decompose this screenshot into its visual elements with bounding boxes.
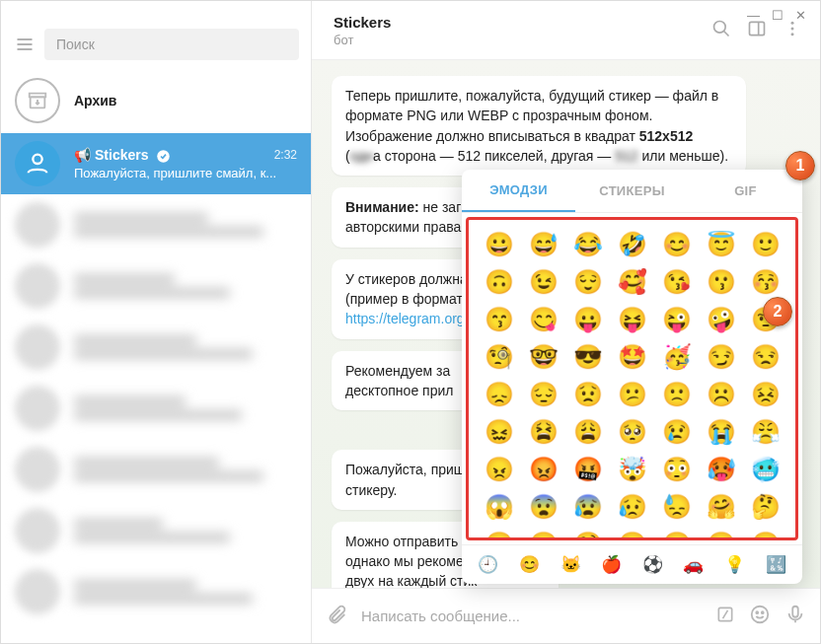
chat-item[interactable]	[1, 317, 311, 378]
svg-rect-12	[792, 606, 798, 616]
emoji-item[interactable]: 🥺	[610, 413, 654, 451]
emoji-item[interactable]: 😶	[610, 526, 654, 540]
emoji-item[interactable]: 🤥	[565, 526, 610, 540]
emoji-item[interactable]: 😎	[565, 338, 610, 376]
chat-item[interactable]	[1, 194, 311, 255]
emoji-item[interactable]: 😳	[654, 451, 699, 488]
emoji-categories: 🕘😊🐱🍎⚽🚗💡🔣	[462, 544, 802, 584]
emoji-item[interactable]: 😗	[699, 263, 743, 301]
emoji-category[interactable]: 😊	[519, 554, 540, 575]
emoji-item[interactable]: 🤓	[521, 338, 565, 376]
emoji-category[interactable]: ⚽	[642, 554, 663, 575]
emoji-item[interactable]: 😖	[477, 413, 521, 451]
emoji-category[interactable]: 🍎	[601, 554, 622, 575]
emoji-item[interactable]: 😇	[699, 226, 743, 263]
emoji-item[interactable]: 😞	[477, 376, 521, 413]
emoji-item[interactable]: 😏	[699, 338, 743, 376]
chat-item[interactable]	[1, 439, 311, 500]
emoji-icon[interactable]	[749, 604, 771, 629]
attach-icon[interactable]	[326, 604, 347, 629]
window-close[interactable]: ✕	[795, 8, 806, 23]
emoji-item[interactable]: 😛	[565, 301, 610, 338]
emoji-item[interactable]: 😨	[521, 488, 565, 526]
emoji-item[interactable]: 😩	[565, 413, 610, 451]
emoji-item[interactable]: 😀	[477, 226, 521, 263]
tab-gif[interactable]: GIF	[689, 170, 802, 212]
voice-icon[interactable]	[784, 604, 806, 629]
emoji-item[interactable]: 😑	[699, 526, 743, 540]
emoji-item[interactable]: 😣	[743, 376, 787, 413]
emoji-item[interactable]: 😢	[654, 413, 699, 451]
emoji-item[interactable]: 😓	[654, 488, 699, 526]
emoji-item[interactable]: 😔	[521, 376, 565, 413]
emoji-item[interactable]: 😅	[521, 226, 565, 263]
emoji-item[interactable]: 😠	[477, 451, 521, 488]
emoji-item[interactable]: 😒	[743, 338, 787, 376]
emoji-item[interactable]: 🥳	[654, 338, 699, 376]
emoji-category[interactable]: 🔣	[766, 554, 786, 575]
search-input[interactable]: Поиск	[44, 29, 299, 60]
svg-point-10	[756, 611, 758, 613]
compose-input[interactable]	[361, 608, 702, 624]
emoji-item[interactable]: 😰	[565, 488, 610, 526]
emoji-item[interactable]: 🥶	[743, 451, 787, 488]
emoji-item[interactable]: 😘	[654, 263, 699, 301]
emoji-item[interactable]: 🤗	[699, 488, 743, 526]
emoji-item[interactable]: 😡	[521, 451, 565, 488]
emoji-item[interactable]: 😤	[743, 413, 787, 451]
emoji-item[interactable]: 🥰	[610, 263, 654, 301]
emoji-category[interactable]: 💡	[724, 554, 745, 575]
chat-name: 📢Stickers	[74, 147, 171, 164]
emoji-item[interactable]: 😬	[743, 526, 787, 540]
menu-button[interactable]	[15, 35, 35, 54]
emoji-item[interactable]: 🤪	[699, 301, 743, 338]
tab-emoji[interactable]: ЭМОДЗИ	[462, 170, 575, 212]
chat-preview: Пожалуйста, пришлите смайл, к...	[74, 166, 297, 180]
emoji-item[interactable]: 😕	[610, 376, 654, 413]
emoji-item[interactable]: 😙	[477, 301, 521, 338]
emoji-grid: 😀😅😂🤣😊😇🙂🙃😉😌🥰😘😗😚😙😋😛😝😜🤪🤨🧐🤓😎🤩🥳😏😒😞😔😟😕🙁☹️😣😖😫😩🥺…	[469, 220, 795, 537]
chat-item[interactable]	[1, 255, 311, 317]
chat-item[interactable]	[1, 378, 311, 439]
emoji-item[interactable]: 😭	[699, 413, 743, 451]
window-minimize[interactable]: —	[747, 8, 760, 23]
emoji-item[interactable]: 🤣	[610, 226, 654, 263]
emoji-item[interactable]: 😟	[565, 376, 610, 413]
window-maximize[interactable]: ☐	[772, 8, 784, 23]
chat-item[interactable]	[1, 500, 311, 561]
emoji-item[interactable]: 🙁	[654, 376, 699, 413]
emoji-item[interactable]: 🙂	[743, 226, 787, 263]
emoji-item[interactable]: 😊	[654, 226, 699, 263]
emoji-category[interactable]: 🚗	[683, 554, 704, 575]
emoji-item[interactable]: 🤬	[565, 451, 610, 488]
emoji-item[interactable]: 🤯	[610, 451, 654, 488]
emoji-item[interactable]: 😫	[521, 413, 565, 451]
emoji-category[interactable]: 🐱	[560, 554, 581, 575]
emoji-item[interactable]: 🤔	[743, 488, 787, 526]
svg-point-7	[791, 33, 794, 36]
emoji-item[interactable]: 🥵	[699, 451, 743, 488]
commands-icon[interactable]	[715, 605, 735, 628]
emoji-item[interactable]: 😥	[610, 488, 654, 526]
emoji-item[interactable]: 🙃	[477, 263, 521, 301]
emoji-item[interactable]: 😚	[743, 263, 787, 301]
emoji-item[interactable]: 😝	[610, 301, 654, 338]
emoji-item[interactable]: 😜	[654, 301, 699, 338]
emoji-item[interactable]: 🤫	[521, 526, 565, 540]
search-icon[interactable]	[711, 19, 731, 42]
emoji-item[interactable]: 🧐	[477, 338, 521, 376]
emoji-item[interactable]: ☹️	[699, 376, 743, 413]
emoji-item[interactable]: 😂	[565, 226, 610, 263]
emoji-item[interactable]: 😉	[521, 263, 565, 301]
archive-row[interactable]: Архив	[1, 68, 311, 133]
emoji-item[interactable]: 😱	[477, 488, 521, 526]
chat-item[interactable]	[1, 561, 311, 622]
chat-item-stickers[interactable]: 📢Stickers 2:32 Пожалуйста, пришлите смай…	[1, 133, 311, 194]
emoji-item[interactable]: 🤩	[610, 338, 654, 376]
emoji-item[interactable]: 😐	[654, 526, 699, 540]
emoji-item[interactable]: 🤭	[477, 526, 521, 540]
emoji-item[interactable]: 😋	[521, 301, 565, 338]
emoji-category[interactable]: 🕘	[478, 554, 498, 575]
emoji-item[interactable]: 😌	[565, 263, 610, 301]
tab-stickers[interactable]: СТИКЕРЫ	[575, 170, 689, 212]
